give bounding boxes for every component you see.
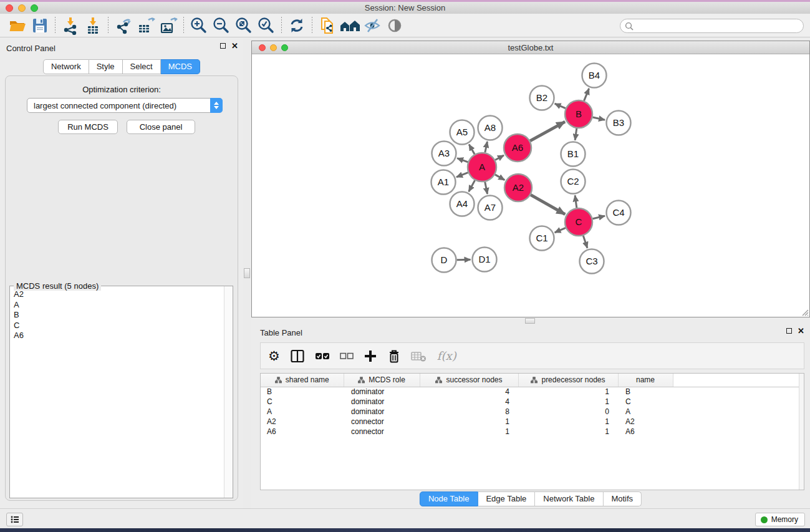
- clone-network-icon[interactable]: [316, 16, 339, 36]
- criterion-dropdown[interactable]: largest connected component (directed): [27, 98, 223, 113]
- edge-C-C3[interactable]: [583, 236, 587, 248]
- column-header-MCDS-role[interactable]: MCDS role: [344, 374, 420, 387]
- column-header-shared-name[interactable]: shared name: [261, 374, 344, 387]
- float-panel-icon[interactable]: [220, 43, 226, 49]
- result-scrollbar[interactable]: [224, 286, 233, 498]
- zoom-out-icon[interactable]: [210, 16, 233, 36]
- edge-B-B4[interactable]: [584, 89, 589, 101]
- table-row[interactable]: Adominator80A: [261, 407, 800, 417]
- result-item[interactable]: A2: [10, 289, 224, 300]
- network-canvas[interactable]: B4B2BB3A5A8A6A3AB1A1A2C2A4A7C4CC1C3DD1: [252, 54, 809, 317]
- edge-A-A8[interactable]: [485, 142, 488, 152]
- run-mcds-button[interactable]: Run MCDS: [58, 120, 118, 134]
- edge-B-B1[interactable]: [575, 128, 577, 140]
- export-image-icon[interactable]: [157, 16, 180, 36]
- tab-motifs[interactable]: Motifs: [603, 491, 642, 506]
- cell-MCDS-role[interactable]: dominator: [344, 387, 420, 397]
- show-columns-icon[interactable]: [290, 347, 305, 365]
- refresh-layout-icon[interactable]: [286, 16, 308, 36]
- edge-A-A1[interactable]: [456, 173, 468, 177]
- tab-select[interactable]: Select: [123, 59, 161, 74]
- tab-network-table[interactable]: Network Table: [535, 491, 603, 506]
- network-graph[interactable]: B4B2BB3A5A8A6A3AB1A1A2C2A4A7C4CC1C3DD1: [252, 54, 809, 317]
- add-column-icon[interactable]: [364, 347, 377, 365]
- cell-name[interactable]: C: [618, 397, 673, 407]
- cell-shared-name[interactable]: B: [261, 387, 344, 397]
- column-header-successor-nodes[interactable]: successor nodes: [420, 374, 518, 387]
- column-header-name[interactable]: name: [618, 374, 673, 387]
- float-panel-icon[interactable]: [786, 328, 792, 334]
- cell-shared-name[interactable]: A: [261, 407, 344, 417]
- table-row[interactable]: Cdominator41C: [261, 397, 800, 407]
- cell-successor-nodes[interactable]: 1: [420, 427, 518, 437]
- cell-name[interactable]: B: [618, 387, 673, 397]
- cell-successor-nodes[interactable]: 4: [420, 387, 518, 397]
- zoom-fit-icon[interactable]: [233, 16, 255, 36]
- splitter-handle[interactable]: [525, 318, 535, 324]
- cell-MCDS-role[interactable]: dominator: [344, 397, 420, 407]
- cell-MCDS-role[interactable]: connector: [344, 417, 420, 427]
- node-table[interactable]: shared nameMCDS rolesuccessor nodesprede…: [260, 373, 804, 490]
- table-row[interactable]: Bdominator41B: [261, 387, 800, 397]
- edge-C-C4[interactable]: [592, 216, 605, 219]
- cell-successor-nodes[interactable]: 4: [420, 397, 518, 407]
- network-window-titlebar[interactable]: testGlobe.txt: [252, 41, 809, 54]
- home-icon[interactable]: [339, 16, 361, 36]
- cell-shared-name[interactable]: A2: [261, 417, 344, 427]
- edge-A-A6[interactable]: [495, 155, 504, 160]
- table-row[interactable]: A2connector11A2: [261, 417, 800, 427]
- tab-edge-table[interactable]: Edge Table: [478, 491, 535, 506]
- edge-C-C1[interactable]: [555, 228, 566, 233]
- cell-name[interactable]: A: [618, 407, 673, 417]
- cell-predecessor-nodes[interactable]: 1: [518, 387, 618, 397]
- splitter-handle[interactable]: [244, 268, 250, 278]
- cell-shared-name[interactable]: A6: [261, 427, 344, 437]
- delete-column-trash-icon[interactable]: [387, 347, 401, 365]
- close-panel-icon[interactable]: ✕: [798, 328, 804, 334]
- import-network-icon[interactable]: [59, 16, 82, 36]
- edge-A2-C[interactable]: [531, 195, 565, 214]
- tab-network[interactable]: Network: [43, 59, 89, 74]
- open-session-icon[interactable]: [6, 16, 29, 36]
- edge-A-A5[interactable]: [469, 145, 475, 155]
- cell-predecessor-nodes[interactable]: 1: [518, 417, 618, 427]
- edge-C-C2[interactable]: [575, 195, 577, 208]
- tab-node-table[interactable]: Node Table: [420, 491, 478, 506]
- horizontal-splitter[interactable]: [251, 317, 810, 324]
- edge-A-A2[interactable]: [495, 175, 504, 180]
- edge-B-B2[interactable]: [555, 104, 566, 109]
- result-item[interactable]: A6: [10, 331, 224, 341]
- result-item[interactable]: B: [10, 310, 224, 321]
- table-row[interactable]: A6connector11A6: [261, 427, 800, 437]
- cell-predecessor-nodes[interactable]: 0: [518, 407, 618, 417]
- mcds-result-list[interactable]: A2ABCA6: [10, 289, 224, 498]
- vertical-splitter[interactable]: [243, 37, 251, 508]
- close-panel-icon[interactable]: ✕: [231, 43, 238, 49]
- cell-predecessor-nodes[interactable]: 1: [518, 397, 618, 407]
- cell-MCDS-role[interactable]: connector: [344, 427, 420, 437]
- cell-shared-name[interactable]: C: [261, 397, 344, 407]
- result-item[interactable]: A: [10, 300, 224, 311]
- edge-A6-B[interactable]: [530, 122, 565, 141]
- deselect-all-rows-icon[interactable]: [340, 347, 354, 365]
- tab-mcds[interactable]: MCDS: [161, 59, 200, 74]
- table-scrollbar[interactable]: [799, 374, 804, 490]
- edge-A-A7[interactable]: [485, 182, 488, 194]
- import-table-icon[interactable]: [82, 16, 104, 36]
- cell-successor-nodes[interactable]: 1: [420, 417, 518, 427]
- search-input[interactable]: [636, 22, 803, 31]
- zoom-selected-icon[interactable]: [255, 16, 277, 36]
- memory-button[interactable]: Memory: [755, 513, 805, 526]
- zoom-in-icon[interactable]: [188, 16, 210, 36]
- cell-name[interactable]: A6: [618, 427, 673, 437]
- edge-A-A4[interactable]: [469, 180, 475, 191]
- select-all-rows-icon[interactable]: [315, 347, 330, 365]
- resize-grip[interactable]: [801, 308, 809, 316]
- edge-A-A3[interactable]: [457, 158, 468, 162]
- cell-predecessor-nodes[interactable]: 1: [518, 427, 618, 437]
- search-field[interactable]: [620, 19, 804, 33]
- cell-successor-nodes[interactable]: 8: [420, 407, 518, 417]
- hide-panel-eye-icon[interactable]: [361, 16, 383, 36]
- task-history-button[interactable]: [6, 513, 23, 526]
- cell-MCDS-role[interactable]: dominator: [344, 407, 420, 417]
